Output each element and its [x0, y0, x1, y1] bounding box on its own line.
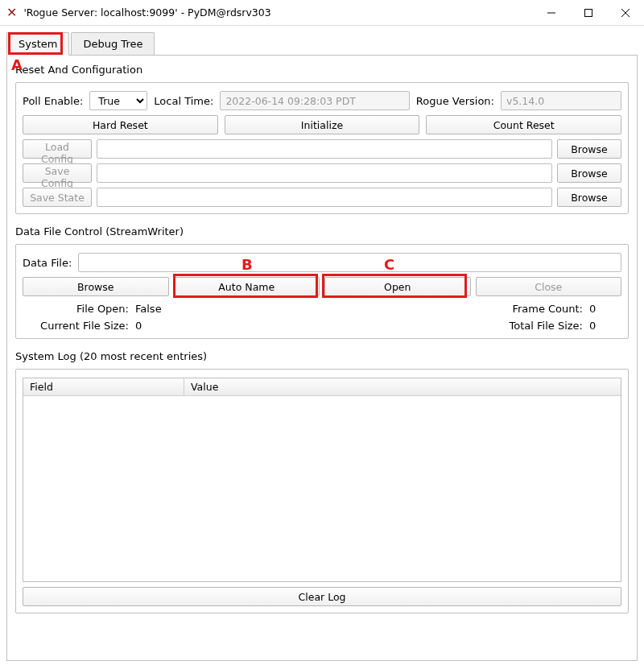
log-body[interactable]: [23, 396, 621, 581]
clear-log-button[interactable]: Clear Log: [23, 587, 621, 606]
data-file-label: Data File:: [23, 257, 72, 269]
system-log-title: System Log (20 most recent entries): [15, 350, 629, 362]
data-file-title: Data File Control (StreamWriter): [15, 225, 629, 238]
file-open-label: File Open:: [23, 303, 135, 315]
rogue-version-label: Rogue Version:: [416, 95, 494, 107]
current-file-size-value: 0: [135, 320, 167, 332]
local-time-label: Local Time:: [154, 95, 213, 107]
initialize-button[interactable]: Initialize: [225, 115, 420, 134]
maximize-button[interactable]: [570, 1, 607, 25]
local-time-field: [220, 91, 409, 110]
hard-reset-button[interactable]: Hard Reset: [23, 115, 218, 134]
data-file-group: Data File: Browse Auto Name Open Close F…: [15, 244, 629, 339]
close-button-file[interactable]: Close: [476, 277, 622, 296]
save-config-path[interactable]: [97, 163, 552, 183]
frame-count-value: 0: [589, 303, 621, 315]
count-reset-button[interactable]: Count Reset: [426, 115, 621, 134]
log-table: Field Value: [23, 378, 621, 582]
window-title: 'Rogue Server: localhost:9099' - PyDM@rd…: [23, 6, 270, 19]
open-button[interactable]: Open: [324, 277, 471, 296]
reset-config-title: Reset And Configuration: [15, 64, 629, 76]
save-state-button[interactable]: Save State: [23, 188, 92, 207]
data-file-path[interactable]: [78, 253, 621, 272]
minimize-button[interactable]: [533, 1, 570, 25]
load-config-button[interactable]: Load Config: [23, 139, 92, 159]
save-state-path[interactable]: [97, 188, 552, 207]
tab-bar: System Debug Tree: [6, 32, 638, 56]
close-button[interactable]: [607, 1, 644, 25]
log-col-value[interactable]: Value: [184, 378, 621, 395]
poll-enable-select[interactable]: True: [89, 91, 147, 110]
load-config-browse-button[interactable]: Browse: [557, 139, 621, 159]
total-file-size-label: Total File Size:: [477, 320, 589, 332]
title-bar: ✕ 'Rogue Server: localhost:9099' - PyDM@…: [0, 0, 644, 26]
svg-rect-1: [585, 9, 592, 16]
tab-debug-tree[interactable]: Debug Tree: [71, 32, 155, 55]
save-config-button[interactable]: Save Config: [23, 163, 92, 183]
system-log-group: Field Value Clear Log: [15, 369, 629, 613]
reset-config-group: Poll Enable: True Local Time: Rogue Vers…: [15, 82, 629, 214]
poll-enable-label: Poll Enable:: [23, 95, 83, 107]
load-config-path[interactable]: [97, 139, 552, 159]
frame-count-label: Frame Count:: [477, 303, 589, 315]
total-file-size-value: 0: [589, 320, 621, 332]
auto-name-button[interactable]: Auto Name: [174, 277, 320, 296]
save-state-browse-button[interactable]: Browse: [557, 188, 621, 207]
save-config-browse-button[interactable]: Browse: [557, 163, 621, 183]
data-file-browse-button[interactable]: Browse: [23, 277, 169, 296]
current-file-size-label: Current File Size:: [23, 320, 135, 332]
file-open-value: False: [135, 303, 167, 315]
app-icon: ✕: [6, 5, 17, 20]
log-col-field[interactable]: Field: [23, 378, 184, 395]
tab-system[interactable]: System: [6, 32, 69, 56]
rogue-version-field: [501, 91, 621, 110]
